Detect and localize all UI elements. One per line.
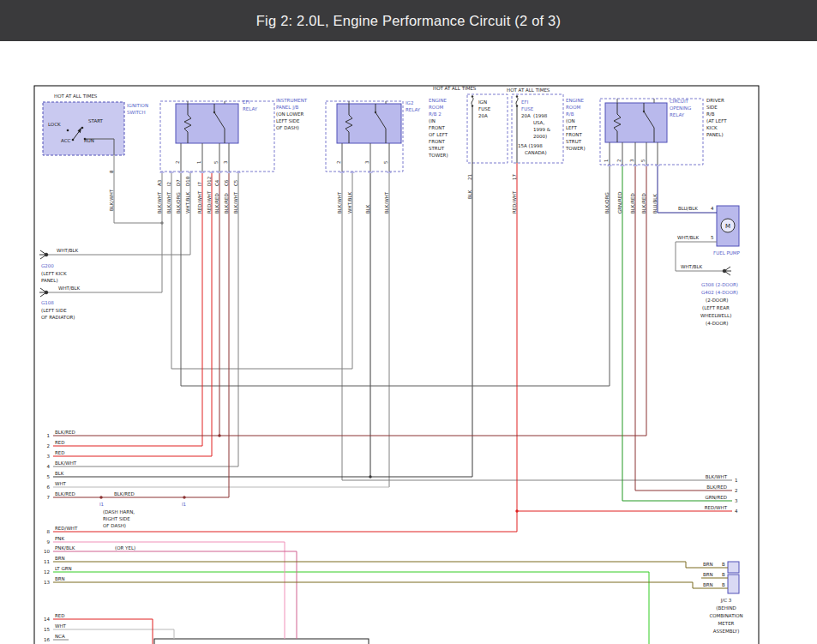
efi-fuse-pin: 17 xyxy=(512,174,517,180)
wire-number: 12 xyxy=(44,569,50,575)
ig2-pin: 3 xyxy=(364,160,369,164)
ground-symbols xyxy=(39,250,731,297)
efi-pin: 5 xyxy=(213,160,219,164)
ignition-switch-box xyxy=(43,102,124,155)
wire-pin: B xyxy=(722,572,725,577)
wire-label: BLK xyxy=(55,471,64,476)
ignition-pos-start: START xyxy=(88,118,104,123)
efi-fuse-symbol xyxy=(516,98,518,105)
efi-pin: 1 xyxy=(196,161,201,165)
wire-label: BLK/RED xyxy=(641,193,646,214)
left-wire-rows: 1 BLK/RED 2 RED 3 RED 4 BLK/WHT 5 BLK 6 … xyxy=(44,430,135,642)
efi-pin: 2 xyxy=(175,161,180,165)
wire-number: 3 xyxy=(735,498,738,503)
engine-room-rb2-loc: FRONT xyxy=(429,125,445,130)
wire-label: BLK/ORG xyxy=(604,192,610,214)
wire-label: BLK/RED xyxy=(55,491,75,497)
connector-label: D10 xyxy=(185,176,190,186)
wires-gray xyxy=(47,155,732,640)
wire-label: RED xyxy=(55,450,65,455)
wire-number: 7 xyxy=(47,495,51,500)
engine-room-rb-loc: LEFT xyxy=(566,125,578,130)
wire-number: 2 xyxy=(735,488,738,493)
wire-number: 16 xyxy=(44,637,50,642)
jc3-label: J/C 3 xyxy=(720,598,732,604)
ig2-relay-title: IG2 xyxy=(405,100,413,105)
ignition-switch-title: IGNITION xyxy=(127,103,148,108)
title-bar: Fig 2: 2.0L, Engine Performance Circuit … xyxy=(0,0,817,41)
efi-fuse-note2: CANADA) xyxy=(525,150,547,155)
i1-splice-label: I1 xyxy=(99,502,104,507)
wire-label: BLK/ORG xyxy=(176,192,181,214)
wire-label: BLU/BLK xyxy=(652,194,658,214)
driver-side-rb-text: R/B xyxy=(706,111,715,117)
pump-ground-wire-label: WHT/BLK xyxy=(681,264,703,269)
wire-label: WHT xyxy=(55,481,67,486)
engine-room-rb2-loc: (IN xyxy=(429,118,436,123)
wire-label: BLK/RED xyxy=(55,430,75,435)
diagram-border xyxy=(34,86,759,644)
efi-fuse-note: (1998 xyxy=(533,113,548,118)
wire-pin: B xyxy=(722,582,725,587)
instr-panel-loc: OF DASH) xyxy=(276,125,299,130)
wire-number: 5 xyxy=(47,474,51,479)
engine-room-rb2-loc: FRONT xyxy=(429,139,445,144)
connector-label: C5 xyxy=(233,179,238,186)
ign-fuse-symbol xyxy=(472,98,473,105)
wire-label: BLK/RED xyxy=(224,193,229,214)
wire-label: WHT/BLK xyxy=(185,191,190,214)
wire-number: 3 xyxy=(47,454,51,459)
figure-title: Fig 2: 2.0L, Engine Performance Circuit … xyxy=(256,13,561,29)
ign-fuse-name: IGN xyxy=(478,99,487,105)
g200-wire-label: WHT/BLK xyxy=(57,248,79,253)
wires-blk-org xyxy=(181,166,610,386)
wires-lt-grn xyxy=(53,572,649,644)
wire-number: 13 xyxy=(44,580,50,585)
efi-relay-title: EFI xyxy=(243,99,250,105)
g200-loc: (LEFT KICK xyxy=(41,271,67,276)
instr-panel-loc: (ON LOWER xyxy=(276,111,303,117)
ig2-pin: 2 xyxy=(336,161,341,165)
engine-room-rb-loc: (ON xyxy=(566,118,575,123)
efi-fuse-note: 1999 & xyxy=(533,127,551,132)
wire-label: BLK/RED xyxy=(630,193,635,214)
bottom-connector-box xyxy=(154,639,369,644)
jc3-loc: ASSEMBLY) xyxy=(713,629,740,634)
motor-symbol-label: M xyxy=(725,223,730,230)
ignition-pos-acc: ACC xyxy=(61,138,71,143)
ig2-relay-title2: RELAY xyxy=(405,107,421,112)
jc3-loc: COMBINATION xyxy=(709,613,742,618)
pump-wire5-label: WHT/BLK xyxy=(677,235,700,240)
wire-label: GRN/RED xyxy=(705,495,727,500)
wire-label: BLK/WHT xyxy=(55,460,77,466)
g200-loc: PANEL) xyxy=(41,278,58,283)
connector-label: I2 xyxy=(166,182,171,186)
engine-room-rb2-loc: TOWER) xyxy=(428,153,448,158)
hot-label-2: HOT AT ALL TIMES xyxy=(433,86,477,91)
wire-label: BRN xyxy=(55,556,65,561)
i1-loc: OF DASH) xyxy=(103,523,126,528)
instr-panel-loc: LEFT SIDE xyxy=(276,118,300,123)
driver-side-rb-loc: PANEL) xyxy=(706,132,724,137)
pump-wire4-label: BLU/BLK xyxy=(678,206,698,211)
ig2-pin: 5 xyxy=(383,160,388,164)
wire-number: 9 xyxy=(47,539,51,545)
wire-label: WHT/BLK xyxy=(347,191,352,214)
wire-label: BLK/WHT xyxy=(166,191,171,214)
driver-side-rb-loc: KICK xyxy=(706,125,718,130)
hot-label-1: HOT AT ALL TIMES xyxy=(54,93,98,99)
wire-label: BLK/WHT xyxy=(337,191,342,214)
wire-note: (OR YEL) xyxy=(115,545,135,551)
connector-label: C6 xyxy=(224,179,229,186)
wire-label: RED xyxy=(55,613,65,618)
wire-label: BRN xyxy=(55,576,65,581)
engine-room-rb-text: ROOM xyxy=(566,105,580,110)
wire-label: RED/WHT xyxy=(207,190,212,214)
wire-label: BLK xyxy=(365,204,370,214)
wire-number: 15 xyxy=(44,627,50,632)
pump-pin5: 5 xyxy=(711,235,714,240)
wire-label: BLK/RED xyxy=(214,193,219,214)
wire-label: NCA xyxy=(55,634,65,639)
junction-dots xyxy=(99,221,518,512)
engine-room-rb2-text: R/B 2 xyxy=(429,111,442,117)
